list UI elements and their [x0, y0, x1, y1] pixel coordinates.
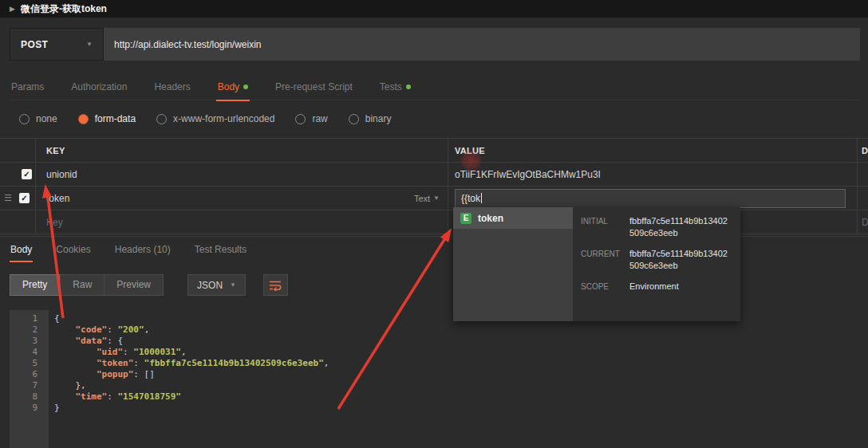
mode-raw[interactable]: raw — [295, 113, 327, 124]
radio-icon — [295, 114, 306, 124]
response-tab-headers[interactable]: Headers (10) — [114, 242, 172, 262]
drag-handle-icon[interactable]: ☰ — [4, 193, 12, 203]
tab-body[interactable]: Body — [216, 77, 250, 101]
row-check-cell — [0, 210, 36, 234]
mode-form-data[interactable]: form-data — [78, 113, 136, 124]
tab-pre-request-script[interactable]: Pre-request Script — [274, 77, 354, 101]
view-segment: Pretty Raw Preview — [10, 274, 164, 296]
radio-icon — [19, 114, 30, 124]
chevron-down-icon: ▼ — [230, 281, 236, 289]
suggestion-item-token[interactable]: E token — [453, 207, 573, 229]
word-wrap-button[interactable] — [263, 274, 288, 296]
response-toolbar: Pretty Raw Preview JSON ▼ — [10, 274, 288, 296]
url-input[interactable]: http://api.dialect-tv.test/login/weixin — [104, 28, 860, 61]
row-checkbox[interactable]: ✓ — [22, 169, 32, 179]
body-mode-row: none form-data x-www-form-urlencoded raw… — [19, 108, 391, 129]
pretty-button[interactable]: Pretty — [10, 274, 60, 296]
header-value: VALUE — [448, 139, 858, 162]
request-title-bar: ▶ 微信登录-获取token — [0, 0, 868, 18]
key-cell[interactable]: Key — [36, 210, 448, 234]
row-check-cell: ☰ ✓ — [0, 187, 36, 210]
tab-tests[interactable]: Tests — [378, 77, 412, 101]
detail-row-initial: INITIAL fbbffa7c5e1114b9b13402509c6e3eeb — [581, 215, 732, 239]
text-cursor — [481, 193, 482, 203]
method-select[interactable]: POST ▼ — [10, 28, 104, 61]
radio-icon — [349, 114, 359, 124]
green-dot-icon — [243, 84, 248, 89]
header-description: D — [858, 139, 868, 162]
description-cell[interactable]: D — [858, 210, 868, 234]
response-tab-body[interactable]: Body — [10, 242, 33, 262]
request-title: 微信登录-获取token — [21, 2, 107, 16]
response-tab-test-results[interactable]: Test Results — [194, 242, 247, 262]
value-type-select[interactable]: Text▼ — [414, 194, 440, 203]
description-cell[interactable] — [858, 163, 868, 186]
code-gutter: 123456789 — [10, 310, 49, 448]
header-check-cell — [0, 139, 36, 162]
response-tab-cookies[interactable]: Cookies — [55, 242, 91, 262]
preview-button[interactable]: Preview — [104, 274, 164, 296]
raw-button[interactable]: Raw — [60, 274, 104, 296]
table-header-row: KEY VALUE D — [0, 139, 868, 163]
detail-row-scope: SCOPE Environment — [581, 281, 732, 293]
response-body-viewer[interactable]: 123456789 { "code": "200", "data": { "ui… — [10, 310, 868, 448]
response-code: { "code": "200", "data": { "uid": "10000… — [49, 310, 868, 448]
key-cell[interactable]: unionid — [36, 163, 448, 186]
chevron-down-icon: ▼ — [433, 195, 440, 202]
row-checkbox[interactable]: ✓ — [19, 193, 30, 203]
header-key: KEY — [36, 139, 448, 162]
format-select[interactable]: JSON ▼ — [187, 274, 246, 296]
word-wrap-icon — [269, 280, 282, 291]
tab-authorization[interactable]: Authorization — [69, 77, 128, 101]
variable-autocomplete-popup: E token INITIAL fbbffa7c5e1114b9b1340250… — [453, 207, 740, 321]
mode-binary[interactable]: binary — [349, 113, 392, 124]
chevron-down-icon: ▼ — [86, 41, 93, 48]
row-check-cell: ✓ — [0, 163, 36, 186]
suggestion-list: E token — [453, 207, 573, 321]
green-dot-icon — [406, 84, 411, 89]
detail-row-current: CURRENT fbbffa7c5e1114b9b13402509c6e3eeb — [581, 248, 732, 272]
tab-headers[interactable]: Headers — [152, 77, 191, 101]
request-tabs: Params Authorization Headers Body Pre-re… — [10, 77, 860, 100]
key-cell[interactable]: token Text▼ — [36, 187, 448, 210]
value-cell[interactable]: oTiiF1KFrIwEvIgOtBaCHMw1Pu3I — [448, 163, 858, 186]
tab-params[interactable]: Params — [10, 77, 45, 101]
mode-x-www-form-urlencoded[interactable]: x-www-form-urlencoded — [156, 113, 274, 124]
radio-selected-icon — [78, 114, 89, 124]
url-text: http://api.dialect-tv.test/login/weixin — [114, 39, 262, 50]
collapse-arrow-icon[interactable]: ▶ — [10, 5, 15, 13]
environment-badge-icon: E — [460, 213, 471, 224]
radio-icon — [156, 114, 167, 124]
response-tabs: Body Cookies Headers (10) Test Results — [10, 242, 247, 262]
mode-none[interactable]: none — [19, 113, 57, 124]
method-label: POST — [21, 39, 48, 50]
request-url-row: POST ▼ http://api.dialect-tv.test/login/… — [10, 28, 860, 61]
value-cell: {{tok — [448, 187, 858, 210]
variable-details-panel: INITIAL fbbffa7c5e1114b9b13402509c6e3eeb… — [573, 207, 740, 321]
value-input[interactable]: {{tok — [455, 189, 846, 208]
table-row: ✓ unionid oTiiF1KFrIwEvIgOtBaCHMw1Pu3I — [0, 163, 868, 187]
description-cell[interactable] — [858, 187, 868, 210]
